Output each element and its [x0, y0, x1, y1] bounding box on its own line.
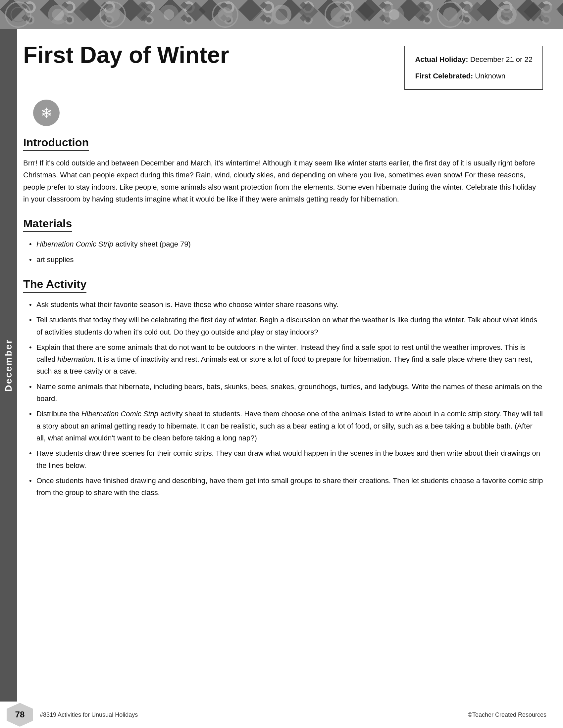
materials-section: Materials Hibernation Comic Strip activi… — [23, 217, 543, 266]
activity-section: The Activity Ask students what their fav… — [23, 278, 543, 499]
svg-text:78: 78 — [15, 709, 25, 719]
footer: 78 #8319 Activities for Unusual Holidays… — [0, 702, 563, 728]
top-border — [0, 0, 563, 29]
svg-point-33 — [443, 7, 458, 22]
footer-left-text: #8319 Activities for Unusual Holidays — [40, 711, 138, 718]
comic-strip-italic: Hibernation Comic Strip — [81, 410, 158, 418]
activity-item-2-text: Tell students that today they will be ce… — [36, 316, 537, 336]
page-title: First Day of Winter — [23, 42, 404, 68]
svg-point-18 — [164, 9, 174, 20]
first-celebrated-value: Unknown — [475, 72, 505, 80]
snowflake-icon: ❄ — [33, 100, 60, 126]
svg-point-15 — [105, 7, 120, 22]
snowflake-container: ❄ — [33, 100, 543, 126]
month-label: December — [3, 339, 14, 391]
activity-item-3-text: Explain that there are some animals that… — [36, 343, 533, 376]
activity-item-4-text: Name some animals that hibernate, includ… — [36, 383, 542, 403]
main-content: First Day of Winter Actual Holiday: Dece… — [23, 42, 543, 537]
materials-heading: Materials — [23, 217, 72, 232]
activity-heading: The Activity — [23, 278, 86, 293]
materials-list: Hibernation Comic Strip activity sheet (… — [23, 238, 543, 266]
first-celebrated-line: First Celebrated: Unknown — [415, 69, 533, 83]
activity-item-1: Ask students what their favorite season … — [26, 299, 543, 311]
activity-item-7: Once students have finished drawing and … — [26, 475, 543, 499]
activity-item-5-text: Distribute the Hibernation Comic Strip a… — [36, 410, 543, 442]
svg-point-36 — [501, 9, 513, 21]
actual-holiday-value: December 21 or 22 — [470, 55, 533, 64]
activity-item-4: Name some animals that hibernate, includ… — [26, 381, 543, 405]
footer-right-text: ©Teacher Created Resources — [468, 711, 546, 718]
svg-point-21 — [218, 7, 232, 22]
materials-item-1-regular: activity sheet (page 79) — [113, 240, 191, 248]
actual-holiday-line: Actual Holiday: December 21 or 22 — [415, 53, 533, 66]
page-number-badge: 78 — [7, 703, 33, 727]
introduction-body: Brrr! If it's cold outside and between D… — [23, 157, 543, 205]
materials-item-2: art supplies — [26, 254, 543, 266]
activity-item-5: Distribute the Hibernation Comic Strip a… — [26, 408, 543, 444]
snowflake-symbol: ❄ — [41, 105, 52, 121]
svg-point-12 — [52, 9, 64, 21]
activity-item-1-text: Ask students what their favorite season … — [36, 300, 339, 309]
materials-item-2-text: art supplies — [36, 255, 74, 264]
title-area: First Day of Winter Actual Holiday: Dece… — [23, 42, 543, 90]
introduction-heading: Introduction — [23, 136, 89, 151]
svg-point-30 — [389, 9, 399, 20]
activity-item-3: Explain that there are some animals that… — [26, 341, 543, 378]
hibernation-italic: hibernation — [58, 355, 94, 363]
activity-list: Ask students what their favorite season … — [23, 299, 543, 499]
activity-item-7-text: Once students have finished drawing and … — [36, 477, 543, 497]
first-celebrated-label: First Celebrated: — [415, 72, 473, 80]
holiday-info-box: Actual Holiday: December 21 or 22 First … — [404, 46, 543, 90]
svg-point-24 — [275, 9, 288, 21]
materials-item-1: Hibernation Comic Strip activity sheet (… — [26, 238, 543, 250]
activity-item-2: Tell students that today they will be ce… — [26, 314, 543, 338]
svg-point-38 — [540, 5, 559, 24]
svg-point-27 — [331, 7, 345, 22]
introduction-section: Introduction Brrr! If it's cold outside … — [23, 136, 543, 205]
materials-item-1-italic: Hibernation Comic Strip — [36, 240, 113, 248]
actual-holiday-label: Actual Holiday: — [415, 55, 468, 64]
activity-item-6: Have students draw three scenes for thei… — [26, 447, 543, 472]
activity-item-6-text: Have students draw three scenes for thei… — [36, 449, 540, 469]
december-sidebar: December — [0, 29, 17, 702]
